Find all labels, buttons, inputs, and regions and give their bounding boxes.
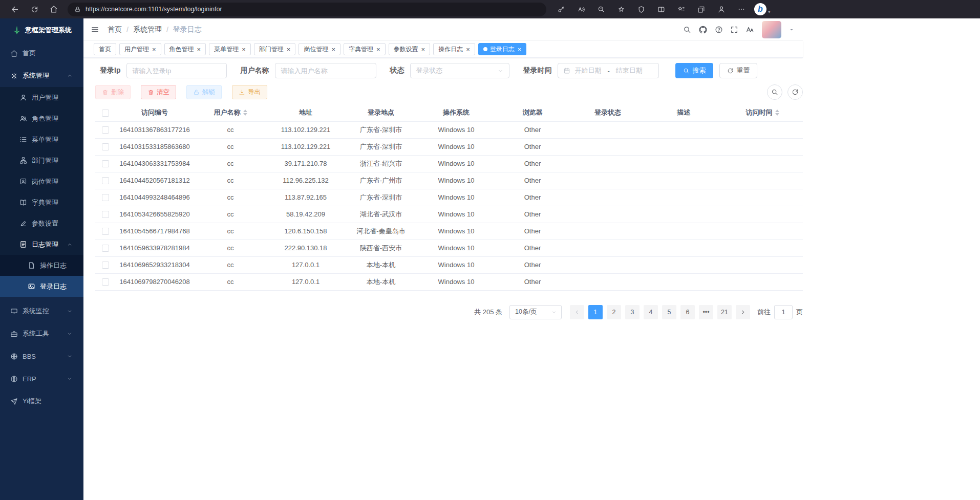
sidebar-item[interactable]: 用户管理 [0,87,83,108]
row-checkbox[interactable] [102,211,109,218]
sidebar-item[interactable]: ERP [0,367,83,390]
tab-close-icon[interactable]: × [331,46,335,53]
header-search-button[interactable] [683,26,691,34]
page-button[interactable]: 3 [625,305,640,319]
sidebar-item[interactable]: 部门管理 [0,150,83,171]
sort-icon[interactable] [775,110,779,116]
tab-close-icon[interactable]: × [376,46,380,53]
fullscreen-button[interactable] [730,26,738,34]
select-all-checkbox[interactable] [102,110,109,117]
font-size-button[interactable] [745,25,755,34]
user-menu-caret-icon[interactable] [789,27,795,33]
tab[interactable]: 字典管理× [344,43,386,55]
site-info-button[interactable] [74,6,81,13]
sidebar-item[interactable]: BBS [0,345,83,367]
tab[interactable]: 操作日志× [433,43,475,55]
more-pages-button[interactable]: ••• [699,305,713,319]
tab[interactable]: 菜单管理× [209,43,251,55]
sidebar-item[interactable]: 菜单管理 [0,129,83,150]
sidebar-item[interactable]: 首页 [0,42,83,64]
clear-button[interactable]: 清空 [141,85,176,99]
zoom-button[interactable] [593,2,610,16]
row-checkbox[interactable] [102,143,109,150]
back-button[interactable] [7,2,23,16]
tab[interactable]: 部门管理× [254,43,296,55]
page-button[interactable]: 2 [607,305,621,319]
tab[interactable]: 参数设置× [389,43,431,55]
sidebar-item[interactable]: 操作日志 [0,255,83,276]
user-avatar[interactable] [762,21,781,38]
sidebar-item[interactable]: 日志管理 [0,234,83,255]
favorites-button[interactable] [673,2,690,16]
tab-close-icon[interactable]: × [242,46,246,53]
tab-close-icon[interactable]: × [287,46,291,53]
row-checkbox[interactable] [102,177,109,184]
sidebar-item[interactable]: Yi框架 [0,390,83,412]
collections-button[interactable] [693,2,710,16]
password-key-button[interactable] [553,2,570,16]
unlock-button[interactable]: 解锁 [186,85,222,99]
page-button[interactable]: 4 [644,305,658,319]
add-favorite-button[interactable] [613,2,630,16]
prev-page-button[interactable] [570,305,584,319]
breadcrumb-link[interactable]: 首页 [108,25,122,34]
browser-essentials-button[interactable] [633,2,650,16]
bing-caret-icon[interactable]: ▾ [768,9,771,16]
sidebar-item[interactable]: 字典管理 [0,192,83,213]
reset-button[interactable]: 重置 [719,63,757,78]
read-aloud-button[interactable] [573,2,590,16]
next-page-button[interactable] [736,305,750,319]
refresh-table-button[interactable] [787,84,803,100]
sidebar-item[interactable]: 系统工具 [0,322,83,345]
help-button[interactable] [715,26,723,34]
tab-close-icon[interactable]: × [518,46,522,53]
tab[interactable]: 用户管理× [119,43,161,55]
profile-button[interactable] [713,2,730,16]
row-checkbox[interactable] [102,160,109,167]
row-checkbox[interactable] [102,262,109,269]
search-button[interactable]: 搜索 [675,63,713,78]
status-select[interactable]: 登录状态 [410,63,509,78]
collapse-sidebar-button[interactable] [91,25,99,34]
home-button[interactable] [46,2,62,16]
delete-button[interactable]: 删除 [95,85,131,99]
page-button[interactable]: 6 [680,305,695,319]
export-button[interactable]: 导出 [232,85,267,99]
toggle-search-button[interactable] [767,84,782,100]
sidebar-item[interactable]: 系统监控 [0,300,83,322]
bing-copilot-button[interactable]: b [754,3,766,15]
page-size-select[interactable]: 10条/页 [509,305,562,319]
sidebar-item[interactable]: 登录日志 [0,276,83,297]
row-checkbox[interactable] [102,228,109,235]
refresh-button[interactable] [26,2,42,16]
row-checkbox[interactable] [102,278,109,286]
address-bar[interactable]: https://ccnetcore.com:1101/system/log/lo… [68,3,546,16]
tab[interactable]: 岗位管理× [299,43,340,55]
date-range-picker[interactable]: 开始日期 - 结束日期 [558,63,659,78]
sidebar-item[interactable]: 参数设置 [0,213,83,234]
tab[interactable]: 角色管理× [164,43,206,55]
page-button[interactable]: 5 [662,305,676,319]
sort-icon[interactable] [243,110,247,116]
tab-close-icon[interactable]: × [421,46,425,53]
tab-close-icon[interactable]: × [197,46,201,53]
sidebar-item[interactable]: 系统管理 [0,64,83,87]
split-screen-button[interactable] [653,2,670,16]
ip-input[interactable] [132,67,221,75]
tab-close-icon[interactable]: × [466,46,470,53]
row-checkbox[interactable] [102,126,109,134]
page-button[interactable]: 1 [588,305,603,319]
tab[interactable]: 首页 [94,43,116,55]
github-link[interactable] [698,25,708,34]
tab[interactable]: 登录日志× [478,43,527,55]
sidebar-item[interactable]: 角色管理 [0,108,83,129]
username-input[interactable] [281,67,371,75]
row-checkbox[interactable] [102,194,109,201]
breadcrumb-link[interactable]: 系统管理 [133,25,162,34]
app-logo[interactable]: 意框架管理系统 [0,18,83,42]
more-menu-button[interactable] [733,2,750,16]
page-button[interactable]: 21 [717,305,732,319]
goto-page-input[interactable] [774,305,793,319]
sidebar-item[interactable]: 岗位管理 [0,171,83,192]
tab-close-icon[interactable]: × [152,46,156,53]
